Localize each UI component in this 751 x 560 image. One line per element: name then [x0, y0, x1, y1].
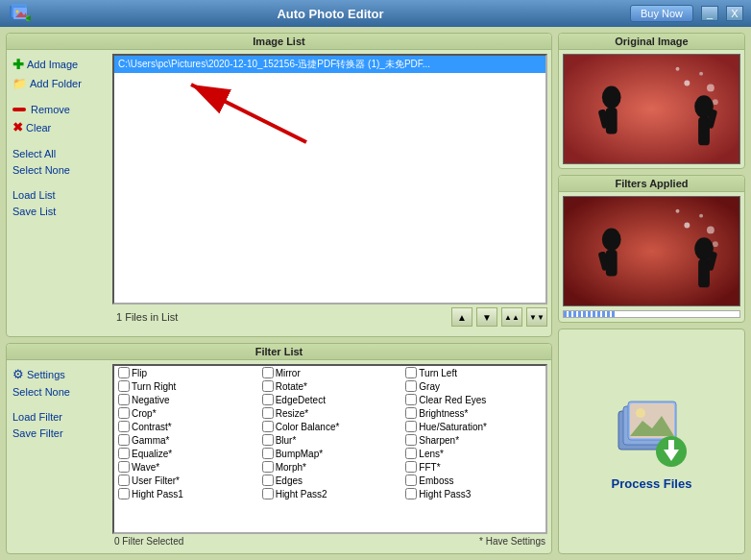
filter-checkbox[interactable] [118, 367, 130, 378]
filter-label: Mirror [276, 368, 301, 378]
filter-label: Hight Pass1 [132, 489, 183, 499]
filter-checkbox[interactable] [405, 407, 417, 419]
filter-checkbox[interactable] [262, 407, 274, 419]
filter-checkbox[interactable] [118, 448, 130, 459]
filter-checkbox[interactable] [118, 407, 130, 419]
filter-item: Rotate* [258, 379, 402, 393]
filter-label: EdgeDetect [276, 395, 326, 405]
filter-label: Hight Pass3 [419, 489, 471, 499]
svg-point-24 [602, 228, 621, 251]
svg-point-31 [713, 241, 718, 247]
filter-checkbox[interactable] [262, 380, 274, 392]
svg-point-30 [676, 209, 680, 213]
buy-now-button[interactable]: Buy Now [630, 5, 693, 22]
filter-checkbox[interactable] [118, 461, 130, 473]
filter-item: Hue/Saturation* [401, 420, 545, 433]
add-image-button[interactable]: ✚ Add Image [11, 56, 109, 73]
filter-checkbox[interactable] [405, 421, 417, 432]
image-listbox[interactable]: C:\Users\pc\Pictures\2020-12-10_152156-迅… [112, 54, 547, 304]
app-icon [8, 2, 31, 25]
filter-checkbox[interactable] [118, 475, 130, 486]
move-bottom-button[interactable]: ▼▼ [526, 307, 547, 327]
filter-checkbox[interactable] [405, 380, 417, 392]
filter-item: Mirror [258, 366, 402, 379]
filter-checkbox[interactable] [405, 448, 417, 459]
filter-item: User Filter* [114, 474, 258, 487]
filter-checkbox[interactable] [405, 488, 417, 499]
process-files-icon [614, 392, 690, 469]
close-button[interactable]: X [726, 6, 743, 21]
filter-checkbox[interactable] [262, 448, 274, 459]
filter-checkbox[interactable] [118, 421, 130, 432]
process-files-button[interactable]: Process Files [612, 476, 692, 491]
filter-item: Negative [114, 393, 258, 406]
file-count: 1 Files in List [112, 311, 448, 323]
filter-checkbox[interactable] [405, 461, 417, 473]
filter-checkbox[interactable] [262, 475, 274, 486]
save-filter-button[interactable]: Save Filter [11, 426, 109, 440]
filter-checkbox[interactable] [262, 488, 274, 499]
filter-checkbox[interactable] [262, 421, 274, 432]
filter-list-panel: Filter List ⚙ Settings Select None Load … [6, 343, 552, 554]
filter-checkbox[interactable] [118, 434, 130, 446]
select-none-image-button[interactable]: Select None [11, 163, 109, 177]
add-folder-button[interactable]: 📁 Add Folder [11, 76, 109, 91]
filter-checkbox[interactable] [118, 380, 130, 392]
filter-item: Blur* [258, 433, 402, 447]
move-top-button[interactable]: ▲▲ [501, 307, 522, 327]
filter-item: Turn Left [401, 366, 545, 379]
original-image-panel: Original Image [558, 33, 745, 169]
load-list-button[interactable]: Load List [11, 188, 109, 202]
svg-point-16 [707, 84, 715, 91]
select-none-filter-button[interactable]: Select None [11, 385, 109, 399]
filter-checkbox[interactable] [405, 475, 417, 486]
remove-button[interactable]: Remove [11, 103, 109, 116]
title-bar-controls: Buy Now _ X [630, 5, 743, 22]
filter-label: BumpMap* [276, 449, 323, 459]
gear-icon: ⚙ [12, 367, 24, 381]
move-up-button[interactable]: ▲ [451, 307, 472, 327]
filter-item: Clear Red Eyes [401, 393, 545, 406]
load-filter-button[interactable]: Load Filter [11, 410, 109, 424]
right-panel: Original Image [558, 33, 745, 554]
filter-checkbox[interactable] [262, 367, 274, 378]
clear-button[interactable]: ✖ Clear [11, 119, 109, 135]
move-down-button[interactable]: ▼ [476, 307, 497, 327]
filter-checkbox[interactable] [262, 461, 274, 473]
filter-item: Hight Pass1 [114, 487, 258, 500]
svg-point-18 [713, 99, 718, 105]
image-list-main: C:\Users\pc\Pictures\2020-12-10_152156-迅… [112, 50, 551, 333]
folder-icon: 📁 [12, 77, 27, 90]
filter-checkbox[interactable] [262, 394, 274, 405]
filter-label: Brightness* [419, 408, 468, 419]
filter-label: Emboss [419, 475, 453, 486]
settings-button[interactable]: ⚙ Settings [11, 366, 109, 382]
filter-label: Turn Right [132, 381, 176, 392]
filter-item: BumpMap* [258, 447, 402, 460]
filters-applied-image-box [563, 196, 740, 306]
filter-checkbox[interactable] [262, 434, 274, 446]
filter-label: Color Balance* [276, 422, 340, 432]
minimize-button[interactable]: _ [701, 6, 718, 21]
save-list-button[interactable]: Save List [11, 205, 109, 218]
filter-checkbox[interactable] [405, 394, 417, 405]
filter-item: Gray [401, 379, 545, 393]
filter-label: Equalize* [132, 449, 172, 459]
filter-checkbox[interactable] [118, 488, 130, 499]
filter-item: Hight Pass3 [401, 487, 545, 500]
svg-point-4 [16, 11, 19, 13]
filter-item: Sharpen* [401, 433, 545, 447]
filters-applied-title: Filters Applied [559, 176, 744, 192]
image-list-title: Image List [7, 34, 551, 50]
plus-icon: ✚ [12, 57, 24, 72]
filter-checkbox[interactable] [405, 434, 417, 446]
clear-icon: ✖ [12, 120, 23, 134]
filter-checkbox[interactable] [118, 394, 130, 405]
filter-label: Edges [276, 475, 303, 486]
filter-checkbox[interactable] [405, 367, 417, 378]
filter-label: Clear Red Eyes [419, 395, 486, 405]
image-list-sidebar: ✚ Add Image 📁 Add Folder Remove ✖ Cle [7, 50, 112, 333]
filter-item: Equalize* [114, 447, 258, 460]
image-list-item[interactable]: C:\Users\pc\Pictures\2020-12-10_152156-迅… [114, 56, 545, 73]
select-all-button[interactable]: Select All [11, 147, 109, 160]
